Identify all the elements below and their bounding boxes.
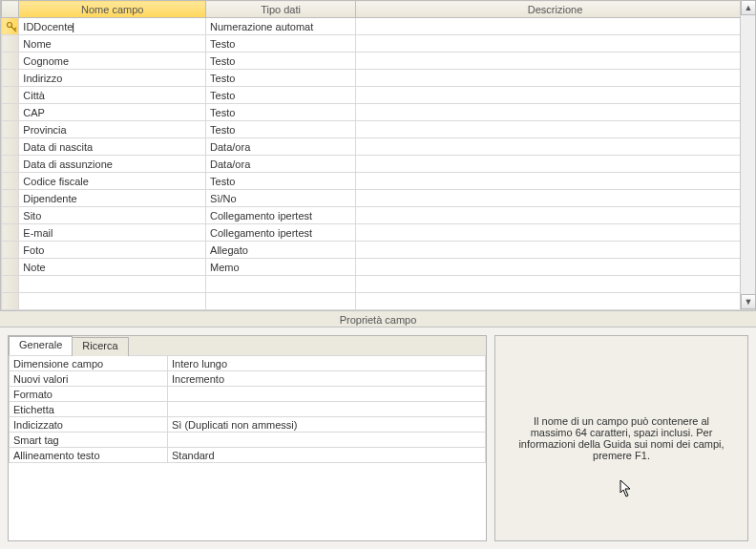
data-type-cell[interactable]: Testo [206, 53, 356, 70]
data-type-cell[interactable] [206, 293, 356, 310]
row-selector-cell[interactable] [2, 293, 19, 310]
row-selector-cell[interactable] [2, 156, 19, 173]
data-type-cell[interactable]: Memo [206, 259, 356, 276]
col-header-field-name[interactable]: Nome campo [19, 1, 206, 18]
description-cell[interactable] [356, 104, 755, 121]
field-name-cell[interactable]: Provincia [19, 121, 206, 138]
field-name-cell[interactable]: Data di assunzione [19, 156, 206, 173]
description-cell[interactable] [356, 207, 755, 224]
description-cell[interactable] [356, 173, 755, 190]
col-header-data-type[interactable]: Tipo dati [206, 1, 356, 18]
data-type-cell[interactable]: Collegamento ipertest [206, 207, 356, 224]
field-row[interactable]: E-mailCollegamento ipertest [2, 224, 755, 242]
field-name-cell[interactable]: CAP [19, 104, 206, 121]
data-type-cell[interactable]: Testo [206, 104, 356, 121]
data-type-cell[interactable]: Data/ora [206, 156, 356, 173]
description-cell[interactable] [356, 121, 755, 138]
description-cell[interactable] [356, 35, 755, 53]
property-value[interactable] [168, 433, 486, 448]
field-name-cell[interactable]: Data di nascita [19, 138, 206, 156]
data-type-cell[interactable]: Testo [206, 35, 356, 53]
description-cell[interactable] [356, 156, 755, 173]
row-selector-cell[interactable] [2, 276, 19, 293]
description-cell[interactable] [356, 293, 755, 310]
vertical-scrollbar[interactable]: ▲ ▼ [740, 0, 755, 309]
data-type-cell[interactable]: Data/ora [206, 138, 356, 156]
property-value[interactable] [168, 402, 486, 417]
description-cell[interactable] [356, 259, 755, 276]
field-name-cell[interactable]: Cognome [19, 53, 206, 70]
description-cell[interactable] [356, 87, 755, 104]
description-cell[interactable] [356, 53, 755, 70]
field-row[interactable]: CAPTesto [2, 104, 755, 121]
row-selector-cell[interactable] [2, 121, 19, 138]
row-selector-cell[interactable] [2, 35, 19, 53]
field-name-cell[interactable]: Sito [19, 207, 206, 224]
field-name-cell[interactable] [19, 276, 206, 293]
property-value[interactable]: Incremento [168, 371, 486, 387]
description-cell[interactable] [356, 70, 755, 87]
field-name-cell[interactable]: Foto [19, 242, 206, 259]
data-type-cell[interactable]: Collegamento ipertest [206, 224, 356, 242]
field-row[interactable]: CittàTesto [2, 87, 755, 104]
field-name-cell[interactable]: Dipendente [19, 190, 206, 207]
field-name-cell[interactable]: Note [19, 259, 206, 276]
col-header-description[interactable]: Descrizione [356, 1, 755, 18]
description-cell[interactable] [356, 242, 755, 259]
row-selector-cell[interactable] [2, 70, 19, 87]
field-name-cell[interactable]: Città [19, 87, 206, 104]
field-row[interactable]: FotoAllegato [2, 242, 755, 259]
field-row[interactable]: NomeTesto [2, 35, 755, 53]
field-row[interactable]: DipendenteSì/No [2, 190, 755, 207]
data-type-cell[interactable]: Sì/No [206, 190, 356, 207]
field-row[interactable]: NoteMemo [2, 259, 755, 276]
property-value[interactable]: Sì (Duplicati non ammessi) [168, 417, 486, 433]
description-cell[interactable] [356, 138, 755, 156]
row-selector-cell[interactable] [2, 207, 19, 224]
field-name-cell[interactable]: Nome [19, 35, 206, 53]
field-name-cell[interactable]: Codice fiscale [19, 173, 206, 190]
property-value[interactable]: Standard [168, 448, 486, 463]
field-row[interactable]: CognomeTesto [2, 53, 755, 70]
row-selector-cell[interactable] [2, 224, 19, 242]
description-cell[interactable] [356, 224, 755, 242]
description-cell[interactable] [356, 18, 755, 35]
tab-lookup[interactable]: Ricerca [72, 337, 128, 356]
field-row[interactable] [2, 293, 755, 310]
data-type-cell[interactable]: Numerazione automat [206, 18, 356, 35]
field-row[interactable] [2, 276, 755, 293]
data-type-cell[interactable]: Testo [206, 173, 356, 190]
row-selector-cell[interactable] [2, 259, 19, 276]
row-selector-cell[interactable] [2, 104, 19, 121]
field-row[interactable]: Data di nascitaData/ora [2, 138, 755, 156]
scroll-up-button[interactable]: ▲ [741, 0, 756, 15]
field-row[interactable]: IndirizzoTesto [2, 70, 755, 87]
row-selector-cell[interactable] [2, 138, 19, 156]
description-cell[interactable] [356, 190, 755, 207]
field-name-editing[interactable]: IDDocente [23, 21, 74, 32]
field-row[interactable]: Data di assunzioneData/ora [2, 156, 755, 173]
data-type-cell[interactable]: Testo [206, 121, 356, 138]
row-selector-cell[interactable] [2, 18, 19, 35]
field-name-cell[interactable] [19, 293, 206, 310]
field-name-cell[interactable]: Indirizzo [19, 70, 206, 87]
selector-header[interactable] [2, 1, 19, 18]
field-name-cell[interactable]: IDDocente [19, 18, 206, 35]
row-selector-cell[interactable] [2, 53, 19, 70]
data-type-cell[interactable]: Testo [206, 87, 356, 104]
property-value[interactable] [168, 387, 486, 402]
data-type-cell[interactable] [206, 276, 356, 293]
scroll-down-button[interactable]: ▼ [741, 294, 756, 309]
row-selector-cell[interactable] [2, 190, 19, 207]
data-type-cell[interactable]: Testo [206, 70, 356, 87]
row-selector-cell[interactable] [2, 87, 19, 104]
field-row[interactable]: ProvinciaTesto [2, 121, 755, 138]
field-row[interactable]: Codice fiscaleTesto [2, 173, 755, 190]
field-row[interactable]: SitoCollegamento ipertest [2, 207, 755, 224]
row-selector-cell[interactable] [2, 173, 19, 190]
field-row[interactable]: IDDocenteNumerazione automat [2, 18, 755, 35]
property-value[interactable]: Intero lungo [168, 356, 486, 371]
data-type-cell[interactable]: Allegato [206, 242, 356, 259]
description-cell[interactable] [356, 276, 755, 293]
row-selector-cell[interactable] [2, 242, 19, 259]
